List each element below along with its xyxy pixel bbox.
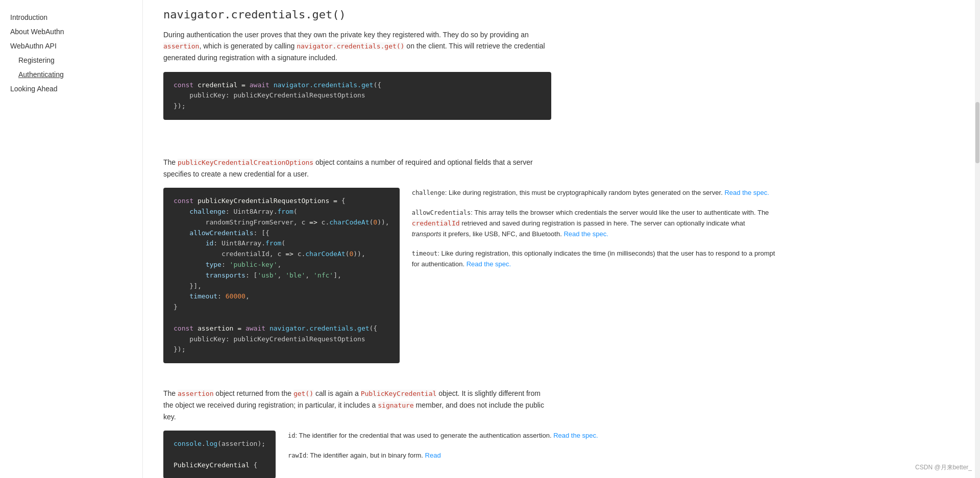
annotation-allowcredentials: allowCredentials: This array tells the b…	[412, 208, 776, 239]
annotations-1: challenge: Like during registration, thi…	[412, 188, 776, 363]
link-rawid-spec[interactable]: Read	[425, 451, 441, 459]
sidebar-item-introduction[interactable]: Introduction	[0, 10, 142, 24]
page-title: navigator.credentials.get()	[163, 8, 954, 21]
sidebar-item-about-webauthn[interactable]: About WebAuthn	[0, 24, 142, 39]
two-col-section-2: console.log(assertion); PublicKeyCredent…	[163, 431, 776, 478]
annotation-challenge: challenge: Like during registration, thi…	[412, 188, 776, 198]
link-challenge-spec[interactable]: Read the spec.	[724, 189, 769, 196]
sidebar: Introduction About WebAuthn WebAuthn API…	[0, 0, 143, 478]
scrollbar[interactable]	[975, 0, 980, 478]
para2: The publicKeyCredentialCreationOptions o…	[163, 157, 551, 180]
watermark: CSDN @月来better_	[915, 463, 972, 472]
sidebar-item-registering[interactable]: Registering	[0, 53, 142, 67]
main-content: navigator.credentials.get() During authe…	[143, 0, 975, 478]
annotation-rawid: rawId: The identifier again, but in bina…	[288, 450, 776, 461]
annotations-2: id: The identifier for the credential th…	[288, 431, 776, 478]
scrollbar-thumb[interactable]	[975, 102, 979, 163]
intro-paragraph: During authentication the user proves th…	[163, 29, 551, 64]
code-block-3: console.log(assertion); PublicKeyCredent…	[163, 431, 276, 478]
link-id-spec[interactable]: Read the spec.	[553, 432, 598, 439]
sidebar-item-authenticating[interactable]: Authenticating	[0, 67, 142, 82]
annotation-id: id: The identifier for the credential th…	[288, 431, 776, 441]
code-block-2: const publicKeyCredentialRequestOptions …	[163, 188, 400, 363]
para3: The assertion object returned from the g…	[163, 388, 551, 422]
two-col-section: const publicKeyCredentialRequestOptions …	[163, 188, 776, 363]
link-allowcredentials-spec[interactable]: Read the spec.	[564, 230, 608, 238]
code-block-1: const credential = await navigator.crede…	[163, 72, 551, 120]
sidebar-item-looking-ahead[interactable]: Looking Ahead	[0, 82, 142, 96]
sidebar-item-webauthn-api[interactable]: WebAuthn API	[0, 39, 142, 53]
link-timeout-spec[interactable]: Read the spec.	[467, 260, 511, 268]
annotation-timeout: timeout: Like during registration, this …	[412, 248, 776, 270]
